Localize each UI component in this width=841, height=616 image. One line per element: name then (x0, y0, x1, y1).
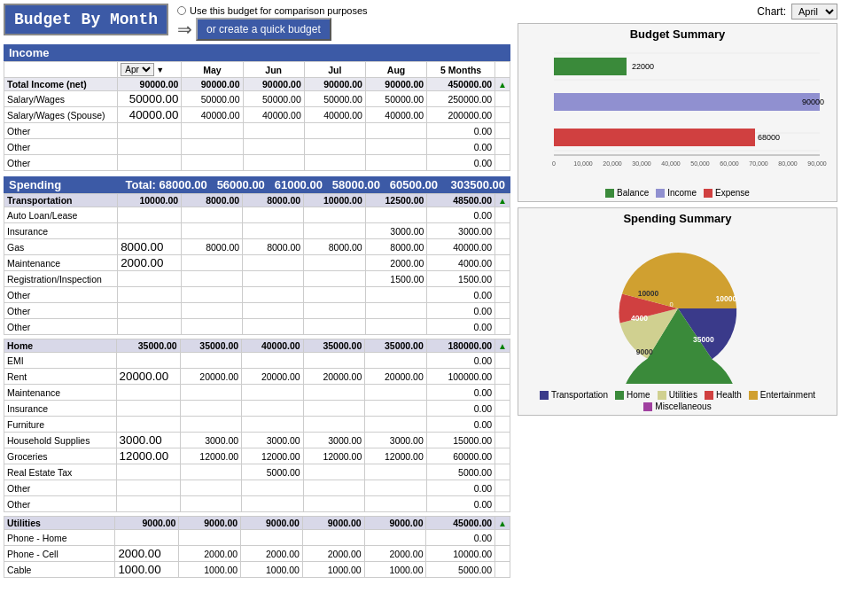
utilities-jul: 9000.00 (302, 517, 364, 530)
income-row-1-jun: 40000.00 (243, 107, 304, 123)
home-arrow: ▲ (498, 341, 507, 351)
income-section: Income (4, 44, 510, 171)
spending-total-header: Total: 68000.00 56000.00 61000.00 58000.… (126, 178, 506, 191)
income-row-1-may: 40000.00 (182, 107, 243, 123)
sub-insurance-label: Insurance (4, 223, 118, 239)
utilities-aug: 9000.00 (364, 517, 426, 530)
income-total-arrow: ▲ (498, 80, 507, 90)
income-row-1-label: Salary/Wages (Spouse) (4, 107, 118, 123)
comparison-radio[interactable] (177, 6, 186, 15)
income-row-0-label: Salary/Wages (4, 91, 118, 107)
transportation-may: 8000.00 (182, 194, 243, 207)
sub-home-other-2: Other (4, 496, 117, 512)
svg-text:10000: 10000 (637, 289, 658, 298)
svg-text:0: 0 (552, 160, 556, 167)
transportation-arrow: ▲ (498, 196, 507, 206)
utilities-5mo: 45000.00 (426, 517, 495, 530)
income-other-1-apr[interactable] (118, 123, 182, 139)
transportation-aug: 12500.00 (365, 194, 427, 207)
spending-summary-title: Spending Summary (522, 212, 833, 225)
home-jun: 40000.00 (242, 339, 304, 353)
sub-phone-home-label: Phone - Home (4, 530, 115, 546)
bar-chart-legend: Balance Income Expense (522, 188, 833, 198)
pie-chart-legend: Transportation Home Utilities Health Ent… (522, 390, 833, 411)
svg-text:4000: 4000 (631, 314, 648, 323)
transportation-5mo: 48500.00 (427, 194, 495, 207)
income-header: Income (9, 46, 50, 59)
svg-text:10,000: 10,000 (573, 160, 593, 167)
transportation-apr: 10000.00 (118, 194, 182, 207)
income-total-apr: 90000.00 (118, 78, 182, 91)
chart-selector-dropdown[interactable]: AprilMayJune (791, 4, 837, 19)
may-header: May (182, 62, 243, 78)
sub-cable-label: Cable (4, 562, 115, 578)
transportation-jul: 10000.00 (304, 194, 366, 207)
svg-text:9000: 9000 (635, 347, 652, 356)
income-total-jun: 90000.00 (243, 78, 304, 91)
arrow-icon: ⇒ (177, 19, 192, 40)
home-may: 35000.00 (180, 339, 242, 353)
quick-budget-button[interactable]: or create a quick budget (196, 18, 331, 41)
jun-header: Jun (243, 62, 304, 78)
sub-trans-other-1: Other (4, 287, 118, 303)
jul-header: Jul (304, 62, 365, 78)
svg-text:90000: 90000 (801, 97, 823, 106)
sub-registration-label: Registration/Inspection (4, 271, 118, 287)
income-row-1-apr[interactable] (118, 107, 182, 123)
app-title: Budget By Month (4, 4, 168, 35)
income-other-2-label: Other (4, 139, 118, 155)
sub-phone-cell-label: Phone - Cell (4, 546, 115, 562)
income-total-5mo: 450000.00 (427, 78, 495, 91)
sub-home-other-1: Other (4, 480, 117, 496)
income-row-1-jul: 40000.00 (304, 107, 365, 123)
income-other-1-label: Other (4, 123, 118, 139)
income-total-aug: 90000.00 (365, 78, 426, 91)
income-row-0-apr[interactable] (118, 91, 182, 107)
spending-section: Spending Total: 68000.00 56000.00 61000.… (4, 176, 510, 578)
svg-rect-7 (554, 93, 820, 111)
income-total-label: Total Income (net) (4, 78, 118, 91)
pie-chart-svg: 10000 35000 9000 4000 10000 0 (594, 233, 762, 384)
income-row-1-5mo: 200000.00 (427, 107, 495, 123)
svg-text:40,000: 40,000 (661, 160, 681, 167)
sub-groceries-label: Groceries (4, 448, 117, 464)
bar-chart-svg: 22000 90000 68000 0 10,000 20,000 30,000… (527, 44, 829, 186)
income-other-1-5mo: 0.00 (427, 123, 495, 139)
transportation-label: Transportation (4, 194, 118, 207)
svg-text:30,000: 30,000 (632, 160, 651, 167)
svg-text:90,000: 90,000 (807, 160, 827, 167)
spending-summary-chart: Spending Summary (518, 207, 837, 416)
svg-text:20,000: 20,000 (603, 160, 622, 167)
utilities-label: Utilities (4, 517, 115, 530)
svg-rect-5 (554, 58, 627, 75)
income-row-0-5mo: 250000.00 (427, 91, 495, 107)
sub-home-ins-label: Insurance (4, 401, 117, 417)
apr-header-cell: Apr ▼ (118, 62, 182, 78)
sub-gas-label: Gas (4, 239, 118, 255)
chart-label: Chart: (757, 5, 786, 18)
svg-text:10000: 10000 (715, 294, 736, 303)
home-jul: 35000.00 (303, 339, 365, 353)
sub-trans-other-3: Other (4, 319, 118, 335)
5months-header: 5 Months (427, 62, 495, 78)
home-aug: 35000.00 (365, 339, 427, 353)
budget-summary-chart: Budget Summary 22000 90000 (518, 23, 837, 202)
apr-select[interactable]: Apr (121, 63, 154, 76)
sub-emi-label: EMI (4, 353, 117, 369)
home-5mo: 180000.00 (426, 339, 494, 353)
spending-header: Spending (9, 178, 61, 191)
svg-text:0: 0 (669, 300, 673, 308)
income-row-0-jun: 50000.00 (243, 91, 304, 107)
sub-rent-label: Rent (4, 369, 117, 385)
svg-text:50,000: 50,000 (690, 160, 710, 167)
sub-household-label: Household Supplies (4, 433, 117, 448)
svg-text:80,000: 80,000 (778, 160, 798, 167)
home-label: Home (4, 339, 117, 353)
sub-maintenance-label: Maintenance (4, 255, 118, 271)
budget-summary-title: Budget Summary (522, 27, 833, 41)
income-label-header (4, 62, 118, 78)
income-total-may: 90000.00 (182, 78, 243, 91)
svg-text:35000: 35000 (693, 335, 714, 344)
income-row-0-aug: 50000.00 (365, 91, 426, 107)
sub-auto-loan-label: Auto Loan/Lease (4, 207, 118, 223)
